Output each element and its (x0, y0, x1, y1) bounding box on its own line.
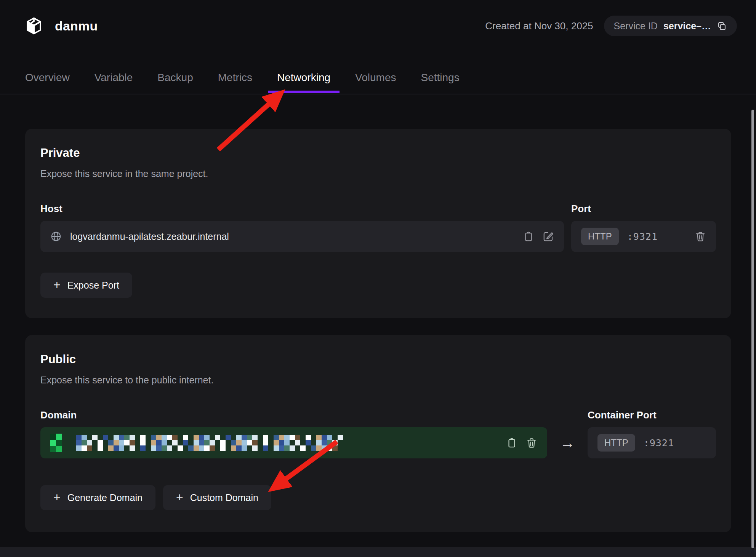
domain-label: Domain (40, 409, 547, 421)
globe-icon (50, 231, 62, 242)
private-description: Expose this service in the same project. (40, 168, 716, 179)
container-port-row: HTTP :9321 (588, 427, 716, 458)
tab-metrics[interactable]: Metrics (209, 72, 261, 93)
plus-icon: + (53, 491, 61, 503)
container-port-protocol-badge: HTTP (597, 434, 635, 452)
tab-networking[interactable]: Networking (268, 72, 340, 93)
delete-port-icon[interactable] (695, 231, 706, 242)
tab-bar: Overview Variable Backup Metrics Network… (16, 72, 469, 93)
domain-status-icon (50, 434, 62, 452)
delete-domain-icon[interactable] (526, 437, 537, 448)
host-input[interactable]: logvardanmu-apilatest.zeabur.internal (40, 221, 564, 252)
created-at-text: Created at Nov 30, 2025 (485, 20, 593, 32)
service-id-pill[interactable]: Service ID service–… (604, 16, 737, 36)
plus-icon: + (176, 491, 183, 503)
service-cube-icon (24, 16, 43, 35)
service-id-value: service–… (663, 21, 711, 32)
tabbar-divider (0, 94, 756, 94)
public-description: Expose this service to the public intern… (40, 375, 716, 386)
maps-to-arrow-icon: → (554, 427, 580, 458)
port-row: HTTP :9321 (571, 221, 716, 252)
edit-host-icon[interactable] (543, 231, 554, 242)
generate-domain-button[interactable]: + Generate Domain (40, 485, 155, 510)
public-title: Public (40, 353, 716, 366)
vertical-scrollbar[interactable] (751, 110, 754, 548)
private-title: Private (40, 146, 716, 160)
host-value: logvardanmu-apilatest.zeabur.internal (70, 231, 514, 242)
tab-backup[interactable]: Backup (148, 72, 202, 93)
plus-icon: + (53, 279, 61, 291)
private-networking-card: Private Expose this service in the same … (25, 129, 731, 318)
copy-host-icon[interactable] (523, 231, 534, 242)
redacted-domain-text (76, 435, 343, 451)
service-title: danmu (55, 19, 98, 34)
container-port-value: :9321 (644, 437, 706, 448)
tab-settings[interactable]: Settings (412, 72, 468, 93)
custom-domain-button[interactable]: + Custom Domain (163, 485, 271, 510)
copy-domain-icon[interactable] (506, 437, 517, 448)
tab-variable[interactable]: Variable (85, 72, 142, 93)
service-networking-page: danmu Created at Nov 30, 2025 Service ID… (0, 0, 756, 557)
port-value: :9321 (627, 231, 686, 242)
service-id-label: Service ID (614, 21, 658, 32)
port-protocol-badge: HTTP (581, 228, 619, 245)
container-port-label: Container Port (588, 409, 716, 421)
footer-band (0, 547, 756, 557)
service-header: danmu Created at Nov 30, 2025 Service ID… (24, 11, 737, 41)
expose-port-button[interactable]: + Expose Port (40, 273, 132, 298)
copy-icon[interactable] (717, 21, 727, 31)
tab-overview[interactable]: Overview (16, 72, 79, 93)
host-label: Host (40, 203, 564, 215)
public-networking-card: Public Expose this service to the public… (25, 335, 731, 532)
port-label: Port (571, 203, 716, 215)
tab-volumes[interactable]: Volumes (346, 72, 405, 93)
domain-row[interactable] (40, 427, 547, 458)
